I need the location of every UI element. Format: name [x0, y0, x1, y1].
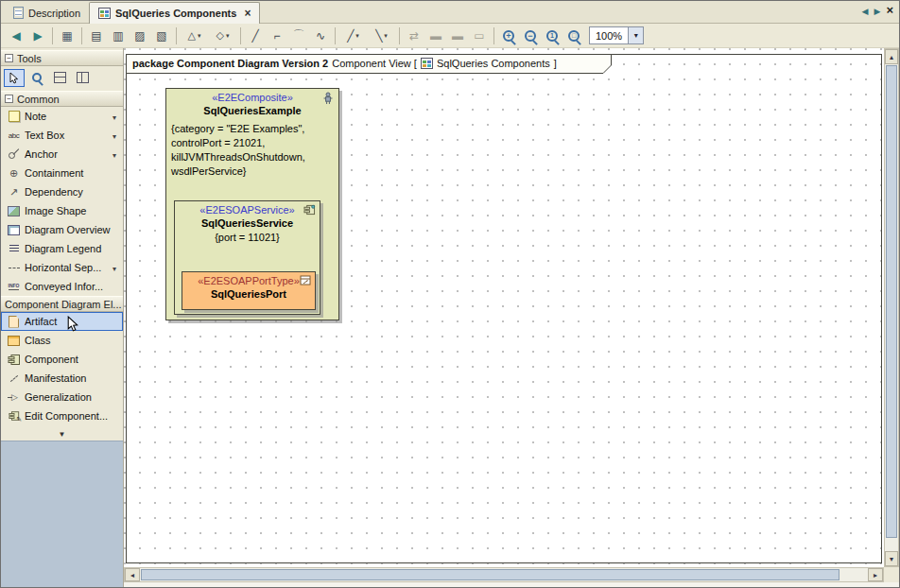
section-header-common[interactable]: Common: [1, 91, 123, 107]
scroll-up-button[interactable]: [885, 49, 898, 64]
item-label: Class: [25, 335, 119, 346]
toolbar-separator: [81, 27, 82, 44]
sidebar-item-horizontal-separator[interactable]: Horizontal Sep...: [1, 258, 123, 277]
chevron-down-icon[interactable]: [110, 130, 119, 141]
sidebar-item-note[interactable]: Note: [1, 107, 123, 126]
conveyed-information-icon: [7, 280, 21, 293]
item-label: Horizontal Sep...: [25, 262, 106, 273]
spline-line-button[interactable]: [310, 26, 331, 45]
bezier-line-button[interactable]: [288, 26, 309, 45]
sidebar-item-diagram-overview[interactable]: Diagram Overview: [1, 220, 123, 239]
next-diagram-button[interactable]: [874, 5, 880, 16]
zoom-in-button[interactable]: [498, 26, 519, 45]
copy-image-button[interactable]: [130, 26, 150, 45]
sidebar-item-generalization[interactable]: Generalization: [1, 388, 123, 406]
collapse-icon[interactable]: [5, 54, 13, 62]
scroll-left-button[interactable]: [125, 568, 140, 581]
previous-diagram-button[interactable]: [862, 5, 869, 16]
magnifier-tool-button[interactable]: [26, 69, 47, 87]
vertical-scroll-track[interactable]: [885, 64, 898, 551]
chevron-down-icon[interactable]: [110, 111, 119, 122]
sidebar-item-dependency[interactable]: Dependency: [1, 182, 123, 201]
sidebar-item-anchor[interactable]: Anchor: [1, 145, 123, 164]
display-options-button[interactable]: [57, 26, 78, 45]
add-line-point-button[interactable]: [339, 26, 367, 45]
dependency-icon: [7, 185, 21, 199]
collapse-icon[interactable]: [5, 95, 13, 103]
horizontal-separator-icon: [7, 261, 21, 274]
close-all-button[interactable]: [886, 3, 893, 17]
sidebar-item-text-box[interactable]: Text Box: [1, 126, 123, 145]
chevron-down-icon[interactable]: [110, 262, 119, 273]
stereotype-label: «E2EComposite»: [166, 89, 338, 103]
zoom-out-button[interactable]: [520, 26, 541, 45]
chevron-down-icon[interactable]: [110, 148, 119, 160]
sidebar-item-containment[interactable]: Containment: [1, 164, 123, 182]
service-sqlqueriesservice-box[interactable]: «E2ESOAPService» SqlQueriesService {port…: [174, 200, 320, 315]
swap-elements-button[interactable]: [404, 26, 424, 45]
close-tab-icon[interactable]: [241, 7, 251, 20]
zoom-1-1-button[interactable]: [542, 26, 562, 45]
item-label: Artifact: [25, 316, 119, 327]
tab-sqlqueries-components[interactable]: SqlQueries Components: [89, 2, 260, 24]
sidebar-item-manifestation[interactable]: Manifestation: [1, 369, 123, 388]
scroll-down-button[interactable]: [885, 551, 898, 566]
remove-line-point-button[interactable]: [368, 26, 395, 45]
paste-special-button[interactable]: [151, 26, 172, 45]
composite-sqlqueriesexample-box[interactable]: «E2EComposite» SqlQueriesExample {catego…: [165, 88, 339, 320]
sidebar-item-class[interactable]: Class: [1, 331, 123, 350]
item-label: Containment: [25, 167, 119, 179]
toolbar-separator: [52, 27, 53, 44]
frame-keyword: package Component Diagram Version 2: [132, 58, 328, 69]
make-same-width-button[interactable]: [425, 26, 446, 45]
horizontal-scroll-thumb[interactable]: [141, 569, 839, 580]
horizontal-scrollbar[interactable]: [124, 567, 884, 582]
tools-row: [1, 66, 123, 89]
diagram-frame-header: package Component Diagram Version 2 Comp…: [126, 54, 612, 74]
frame-view-label: Component View [: [332, 58, 417, 69]
tagged-values: {port = 11021}: [175, 229, 320, 243]
section-header-tools[interactable]: Tools: [1, 50, 123, 66]
class-icon: [7, 334, 21, 347]
vertical-scroll-thumb[interactable]: [886, 65, 897, 538]
sidebar-item-edit-component[interactable]: Edit Component...: [1, 406, 123, 425]
zoom-level-select[interactable]: 100%: [589, 26, 644, 44]
toolbar-separator: [176, 27, 177, 44]
copy-button[interactable]: [86, 26, 107, 45]
more-elements-button[interactable]: [59, 427, 66, 439]
vertical-split-tool-button[interactable]: [72, 69, 93, 87]
back-button[interactable]: [6, 26, 26, 45]
quick-layout-button[interactable]: [209, 26, 236, 45]
sidebar-item-artifact[interactable]: Artifact: [1, 312, 123, 331]
port-sqlqueriesport-box[interactable]: «E2ESOAPPortType» SqlQueriesPort: [182, 271, 316, 310]
make-same-size-button[interactable]: [469, 26, 490, 45]
magnifier-icon: [32, 73, 42, 82]
rectilinear-line-button[interactable]: [267, 26, 287, 45]
sidebar-item-image-shape[interactable]: Image Shape: [1, 201, 123, 220]
paste-button[interactable]: [108, 26, 129, 45]
horizontal-split-tool-button[interactable]: [49, 69, 70, 87]
oblique-line-button[interactable]: [245, 26, 266, 45]
app-window: Description SqlQueries Components: [0, 0, 900, 588]
select-tool-button[interactable]: [4, 69, 25, 87]
item-label: Text Box: [25, 130, 106, 141]
layout-button[interactable]: [181, 26, 208, 45]
scroll-right-button[interactable]: [868, 568, 883, 581]
right-scroll-column: [884, 48, 899, 587]
chevron-down-icon[interactable]: [628, 27, 643, 43]
item-label: Generalization: [25, 391, 119, 403]
horizontal-scroll-track[interactable]: [140, 568, 868, 581]
vertical-scrollbar[interactable]: [884, 48, 899, 567]
sidebar-item-diagram-legend[interactable]: Diagram Legend: [1, 239, 123, 258]
sidebar-item-component[interactable]: Component: [1, 350, 123, 369]
generalization-icon: [7, 390, 21, 404]
zoom-level-value: 100%: [590, 30, 628, 42]
forward-button[interactable]: [27, 26, 48, 45]
make-same-height-button[interactable]: [447, 26, 468, 45]
zoom-fit-button[interactable]: [563, 26, 584, 45]
e2e-composite-icon: [321, 92, 335, 107]
tab-description[interactable]: Description: [5, 3, 89, 23]
section-header-component-diagram-elements[interactable]: Component Diagram El...: [1, 296, 123, 312]
diagram-canvas[interactable]: package Component Diagram Version 2 Comp…: [124, 48, 884, 567]
sidebar-item-conveyed-information[interactable]: Conveyed Infor...: [1, 277, 123, 296]
